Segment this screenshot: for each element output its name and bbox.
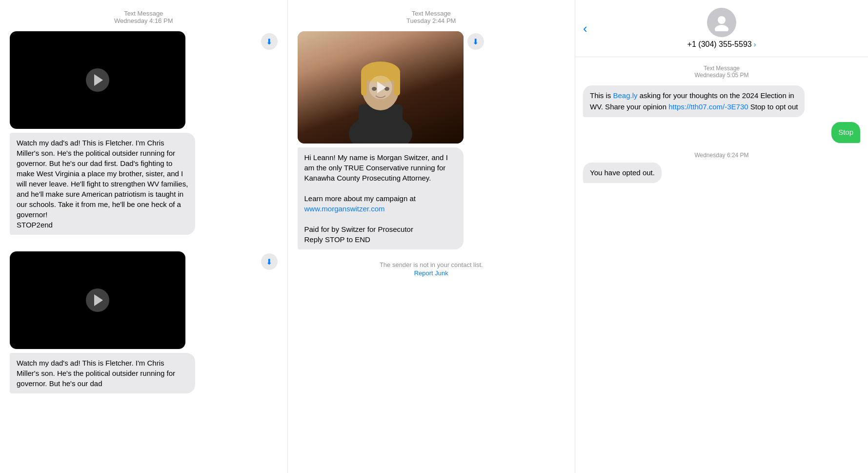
detail-bubble-received: This is Beag.ly asking for your thoughts…	[583, 85, 805, 117]
panel-3: ‹ +1 (304) 355-5593 › Text Message Wedne…	[575, 0, 868, 473]
sender-notice: The sender is not in your contact list.	[298, 261, 565, 268]
person-icon	[713, 14, 730, 31]
detail-bubble-opted-out: You have opted out.	[583, 163, 662, 184]
detail-ts-time: Wednesday 5:05 PM	[583, 72, 860, 79]
download-button-3[interactable]: ⬇	[467, 33, 484, 50]
chevron-right-icon: ›	[754, 41, 756, 48]
tth07-link[interactable]: https://tth07.com/-3E730	[668, 103, 748, 111]
detail-timestamp: Text Message Wednesday 5:05 PM	[583, 65, 860, 79]
message-line1: Hi Leann! My name is Morgan Switzer, and…	[304, 153, 448, 182]
detail-message-row-3: You have opted out.	[583, 163, 860, 184]
detail-message-row-1: This is Beag.ly asking for your thoughts…	[583, 85, 860, 117]
message-bubble-1: Watch my dad's ad! This is Fletcher. I'm…	[10, 31, 257, 235]
detail-messages: Text Message Wednesday 5:05 PM This is B…	[575, 57, 868, 473]
message-bubble-2: Watch my dad's ad! This is Fletcher. I'm…	[10, 251, 257, 393]
bubble-text-1: Watch my dad's ad! This is Fletcher. I'm…	[10, 133, 195, 235]
panel-1: Text Message Wednesday 4:16 PM Watch my …	[0, 0, 288, 473]
received-msg-post: Stop to opt out	[748, 103, 798, 111]
video-thumbnail-1[interactable]	[10, 31, 185, 129]
message-row-2: Watch my dad's ad! This is Fletcher. I'm…	[10, 251, 278, 393]
ts-time-1: Wednesday 4:16 PM	[10, 17, 278, 24]
panel-2: Text Message Tuesday 2:44 PM	[288, 0, 576, 473]
play-button-3[interactable]	[369, 76, 392, 99]
detail-message-row-2: Stop	[583, 122, 860, 143]
phone-number: +1 (304) 355-5593	[687, 40, 752, 49]
play-button-1[interactable]	[86, 68, 109, 92]
download-button-1[interactable]: ⬇	[261, 33, 278, 50]
video-thumbnail-2[interactable]	[10, 251, 185, 349]
back-button[interactable]: ‹	[583, 21, 587, 36]
ts-time-2: Tuesday 2:44 PM	[298, 17, 565, 24]
bubble-text-2: Watch my dad's ad! This is Fletcher. I'm…	[10, 353, 195, 393]
switzer-link[interactable]: www.morganswitzer.com	[304, 205, 385, 213]
video-img-thumbnail[interactable]	[298, 31, 464, 144]
detail-header: ‹ +1 (304) 355-5593 ›	[575, 0, 868, 57]
received-msg-pre: This is	[590, 91, 613, 100]
message-row-3: Hi Leann! My name is Morgan Switzer, and…	[298, 31, 565, 249]
beagly-link[interactable]: Beag.ly	[613, 91, 638, 100]
bubble-text-3: Hi Leann! My name is Morgan Switzer, and…	[298, 147, 464, 249]
contact-name[interactable]: +1 (304) 355-5593 ›	[687, 40, 756, 49]
message-line3: Paid for by Switzer for Prosecutor Reply…	[304, 225, 413, 244]
avatar	[707, 8, 736, 37]
svg-point-9	[718, 16, 726, 24]
timestamp-header-2: Text Message Tuesday 2:44 PM	[298, 10, 565, 24]
ts-label-1: Text Message	[10, 10, 278, 17]
opted-out-timestamp: Wednesday 6:24 PM	[583, 152, 860, 159]
detail-ts-label: Text Message	[583, 65, 860, 72]
svg-rect-6	[394, 71, 400, 96]
report-junk-link[interactable]: Report Junk	[414, 269, 448, 277]
timestamp-header-1: Text Message Wednesday 4:16 PM	[10, 10, 278, 24]
report-junk-row: The sender is not in your contact list. …	[298, 261, 565, 277]
play-button-2[interactable]	[86, 288, 109, 312]
detail-bubble-sent: Stop	[831, 122, 860, 143]
message-row-1: Watch my dad's ad! This is Fletcher. I'm…	[10, 31, 278, 235]
message-line2: Learn more about my campaign at	[304, 194, 416, 203]
download-button-2[interactable]: ⬇	[261, 253, 278, 270]
ts-label-2: Text Message	[298, 10, 565, 17]
message-bubble-3: Hi Leann! My name is Morgan Switzer, and…	[298, 31, 464, 249]
svg-rect-5	[361, 71, 367, 96]
svg-point-10	[715, 25, 728, 31]
